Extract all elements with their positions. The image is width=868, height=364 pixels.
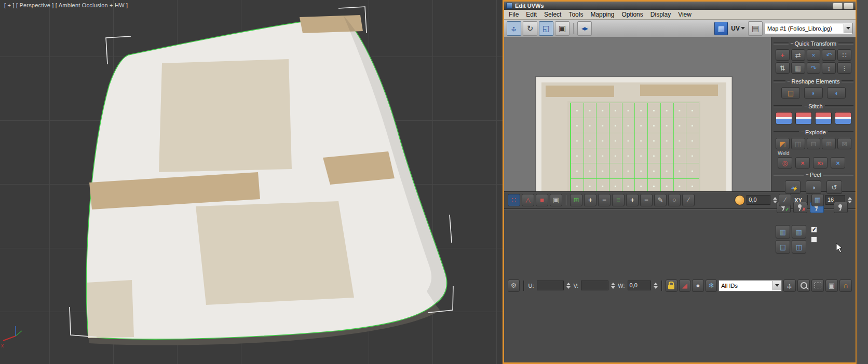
zoom-icon[interactable]: [797, 279, 810, 292]
qt-rotate-cw-icon[interactable]: ↷: [807, 62, 821, 74]
weld-selected-icon[interactable]: ×: [795, 157, 810, 169]
qt-align-horizontal-icon[interactable]: ⇄: [791, 49, 805, 61]
qt-align-cross-icon[interactable]: ×: [807, 49, 821, 61]
break-icon[interactable]: ◫: [791, 138, 805, 149]
paint-select-icon[interactable]: ✎: [654, 194, 667, 206]
pan-icon[interactable]: [783, 279, 796, 292]
qt-rotate-ccw-icon[interactable]: ↶: [822, 49, 836, 61]
smooth-arc-icon[interactable]: ◖: [827, 87, 846, 99]
pack-full-icon[interactable]: ▤: [776, 240, 790, 254]
face-mode-icon[interactable]: ■: [536, 194, 548, 206]
menu-options[interactable]: Options: [618, 10, 646, 19]
rollout-header[interactable]: −Peel: [774, 171, 853, 178]
qt-space-horizontal-icon[interactable]: ∷: [837, 49, 851, 61]
rollout-header[interactable]: −Explode: [774, 128, 853, 136]
rollout-header[interactable]: −Quick Transform: [774, 39, 853, 47]
peel-mode-icon[interactable]: ◑: [806, 180, 821, 194]
straighten-loop-icon[interactable]: ◗: [804, 87, 823, 99]
explode-faces-icon[interactable]: ⊞: [822, 138, 836, 149]
pack-custom-icon[interactable]: ◫: [792, 240, 806, 254]
mirror-tool-icon[interactable]: ◀▶: [577, 21, 592, 36]
loop-grow-icon[interactable]: +: [626, 194, 639, 206]
grid-size-spinner[interactable]: [848, 197, 852, 203]
pelt-snap-icon[interactable]: ∩: [839, 279, 852, 292]
pack-together-icon[interactable]: ▥: [792, 225, 806, 239]
unpin-icon[interactable]: [834, 202, 848, 213]
menu-file[interactable]: File: [505, 10, 522, 19]
select-by-element-icon[interactable]: ⊞: [570, 194, 582, 206]
peel-reset-icon[interactable]: ↺: [826, 180, 842, 194]
pin-break-icon[interactable]: ✗: [793, 202, 807, 213]
move-tool-icon[interactable]: [507, 21, 521, 36]
uv-shell-main-grid[interactable]: [570, 103, 699, 191]
perspective-viewport[interactable]: [ + ] [ Perspective ] [ Ambient Occlusio…: [0, 0, 503, 364]
pack-normalize-icon[interactable]: ▦: [776, 225, 790, 239]
edge-loop-icon[interactable]: ≡: [612, 194, 625, 206]
soft-selection-field[interactable]: 0,0: [747, 195, 770, 205]
target-weld-icon[interactable]: ◎: [778, 157, 792, 169]
edge-mode-icon[interactable]: △: [522, 194, 534, 206]
qt-align-vertical-icon[interactable]: ⇅: [776, 62, 790, 74]
map-select-arrow[interactable]: [844, 24, 852, 33]
v-field[interactable]: [581, 281, 608, 290]
w-spinner[interactable]: [654, 283, 658, 289]
stitch-to-target-icon[interactable]: [835, 112, 851, 124]
rollout-header[interactable]: −Stitch: [774, 102, 853, 110]
falloff-brush-icon[interactable]: ∕: [779, 194, 791, 206]
menu-mapping[interactable]: Mapping: [587, 10, 618, 19]
map-select-dropdown[interactable]: Map #1 (Folios_Libro.jpg): [765, 23, 853, 34]
zoom-region-icon[interactable]: [811, 279, 824, 292]
qt-measure-icon[interactable]: ↕: [822, 62, 836, 74]
qt-align-element-icon[interactable]: ▦: [791, 62, 805, 74]
paint-wedge-icon[interactable]: ◢: [679, 279, 691, 292]
weld-all-icon[interactable]: ×›: [813, 157, 828, 169]
menu-select[interactable]: Select: [540, 10, 565, 19]
material-ids-dropdown[interactable]: All IDs: [718, 280, 782, 291]
menu-tools[interactable]: Tools: [565, 10, 587, 19]
qt-move-icon[interactable]: +: [776, 49, 790, 61]
stitch-to-source-icon[interactable]: [815, 112, 832, 124]
u-field[interactable]: [537, 281, 564, 290]
qt-space-vertical-icon[interactable]: ⋮: [837, 62, 851, 74]
zoom-extents-icon[interactable]: ▣: [825, 279, 838, 292]
weld-break-icon[interactable]: ×: [831, 157, 845, 169]
relax-tool-icon[interactable]: ▤: [781, 87, 800, 99]
rotate-tool-icon[interactable]: ↻: [523, 21, 537, 36]
rescale-checkbox[interactable]: [811, 227, 817, 233]
detach-edge-icon[interactable]: ⊟: [807, 138, 821, 149]
menu-edit[interactable]: Edit: [522, 10, 540, 19]
stitch-custom-icon[interactable]: [776, 112, 792, 124]
show-map-toggle-icon[interactable]: ▦: [714, 22, 728, 35]
explode-elements-icon[interactable]: ⊠: [837, 138, 851, 149]
texture-list-icon[interactable]: ▤: [748, 21, 763, 36]
options-gear-icon[interactable]: ⚙: [508, 279, 520, 292]
freeze-icon[interactable]: ❄: [706, 279, 717, 292]
close-button[interactable]: [844, 3, 853, 9]
brush-falloff-icon[interactable]: ○: [668, 194, 681, 206]
sphere-preview-icon[interactable]: ●: [692, 279, 704, 292]
stitch-average-icon[interactable]: [795, 112, 812, 124]
explode-to-object-icon[interactable]: ◩: [776, 138, 790, 149]
uv-channel-dropdown[interactable]: UV: [730, 25, 746, 32]
quick-peel-icon[interactable]: ◕⚡: [785, 180, 801, 194]
vertex-mode-icon[interactable]: ∷: [508, 194, 520, 206]
u-spinner[interactable]: [566, 283, 571, 289]
soft-selection-color-swatch[interactable]: [735, 195, 745, 205]
grid-snap-icon[interactable]: ▦: [811, 194, 824, 206]
menu-view[interactable]: View: [674, 10, 695, 19]
material-ids-arrow[interactable]: [772, 281, 781, 290]
menu-display[interactable]: Display: [647, 10, 674, 19]
brush-size-icon[interactable]: ∕: [682, 194, 695, 206]
scale-tool-icon[interactable]: ◱: [539, 21, 553, 36]
rotate-checkbox[interactable]: [811, 236, 817, 243]
loop-shrink-icon[interactable]: −: [640, 194, 653, 206]
grow-selection-icon[interactable]: +: [584, 194, 596, 206]
lock-selection-icon[interactable]: [666, 279, 677, 292]
v-spinner[interactable]: [611, 283, 615, 289]
element-mode-icon[interactable]: ▣: [550, 194, 562, 206]
uv-canvas[interactable]: [504, 37, 771, 191]
freeform-gizmo-icon[interactable]: ▣: [555, 21, 569, 36]
rollout-header[interactable]: −Reshape Elements: [774, 77, 853, 85]
shrink-selection-icon[interactable]: −: [598, 194, 611, 206]
w-field[interactable]: 0,0: [628, 281, 651, 290]
